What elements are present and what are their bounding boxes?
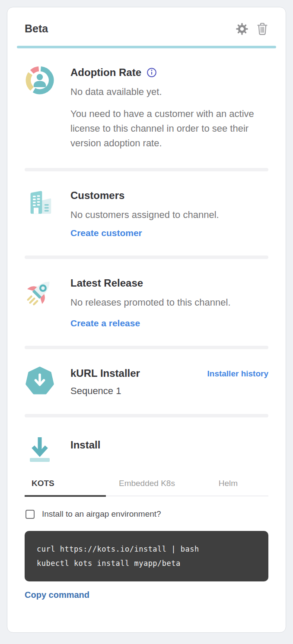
kurl-installer-title: kURL Installer bbox=[70, 367, 140, 379]
create-release-link[interactable]: Create a release bbox=[70, 318, 140, 328]
installer-sequence: Sequence 1 bbox=[70, 385, 268, 397]
adoption-description: You need to have a customer with an acti… bbox=[70, 107, 265, 151]
installer-history-link[interactable]: Installer history bbox=[207, 367, 269, 379]
trash-icon[interactable] bbox=[256, 22, 268, 35]
latest-release-message: No releases promoted to this channel. bbox=[70, 295, 268, 309]
tab-embedded-k8s[interactable]: Embedded K8s bbox=[106, 479, 187, 497]
rocket-icon bbox=[25, 276, 55, 328]
section-customers: Customers No customers assigned to chann… bbox=[25, 189, 268, 238]
adoption-rate-title: Adoption Rate bbox=[70, 66, 141, 79]
install-command-block: curl https://kots.io/install | bash kube… bbox=[25, 531, 268, 581]
channel-card: Beta bbox=[7, 7, 286, 633]
section-divider bbox=[25, 256, 268, 259]
info-circle-icon[interactable] bbox=[146, 67, 157, 78]
airgap-checkbox[interactable] bbox=[25, 510, 35, 519]
channel-accent-bar bbox=[17, 46, 276, 48]
card-header: Beta bbox=[25, 22, 268, 35]
download-arrow-icon bbox=[25, 435, 55, 463]
section-divider bbox=[25, 414, 268, 417]
section-adoption-rate: Adoption Rate No data available yet. You… bbox=[25, 66, 268, 151]
code-line-kubectl: kubectl kots install myapp/beta bbox=[37, 556, 256, 570]
airgap-label: Install to an airgap environment? bbox=[42, 509, 161, 519]
customers-title: Customers bbox=[70, 189, 124, 202]
install-tabs: KOTS Embedded K8s Helm bbox=[25, 479, 268, 496]
download-heptagon-icon bbox=[25, 366, 55, 397]
section-install: Install bbox=[25, 435, 268, 463]
donut-user-icon bbox=[25, 66, 55, 151]
buildings-icon bbox=[25, 189, 55, 238]
section-latest-release: Latest Release No releases promoted to t… bbox=[25, 276, 268, 328]
create-customer-link[interactable]: Create customer bbox=[70, 228, 142, 238]
install-title: Install bbox=[70, 439, 100, 451]
section-divider bbox=[25, 346, 268, 349]
section-divider bbox=[25, 168, 268, 171]
copy-command-link[interactable]: Copy command bbox=[25, 590, 89, 600]
customers-message: No customers assigned to channel. bbox=[70, 208, 268, 222]
airgap-row: Install to an airgap environment? bbox=[25, 509, 268, 519]
latest-release-title: Latest Release bbox=[70, 277, 143, 289]
tab-helm[interactable]: Helm bbox=[187, 479, 268, 497]
tab-kots[interactable]: KOTS bbox=[25, 479, 106, 497]
section-kurl-installer: kURL Installer Installer history Sequenc… bbox=[25, 366, 268, 397]
code-line-curl: curl https://kots.io/install | bash bbox=[37, 542, 256, 556]
gear-icon[interactable] bbox=[236, 22, 248, 35]
adoption-no-data-text: No data available yet. bbox=[70, 85, 268, 99]
channel-title: Beta bbox=[25, 22, 48, 35]
